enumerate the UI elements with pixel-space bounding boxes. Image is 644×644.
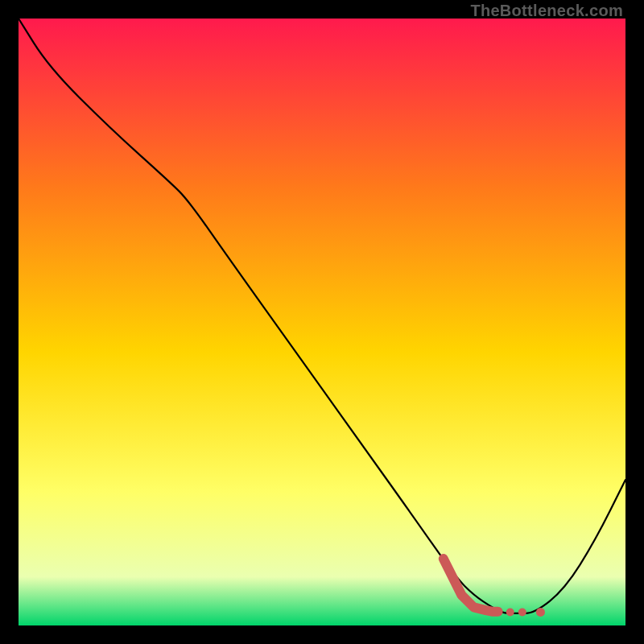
gradient-background [19,19,625,625]
worm-dot-2 [518,608,526,616]
chart-frame [19,19,625,625]
bottleneck-chart [19,19,625,625]
worm-dot-3 [536,608,545,617]
worm-dot-1 [506,608,514,616]
watermark-text: TheBottleneck.com [470,2,623,20]
